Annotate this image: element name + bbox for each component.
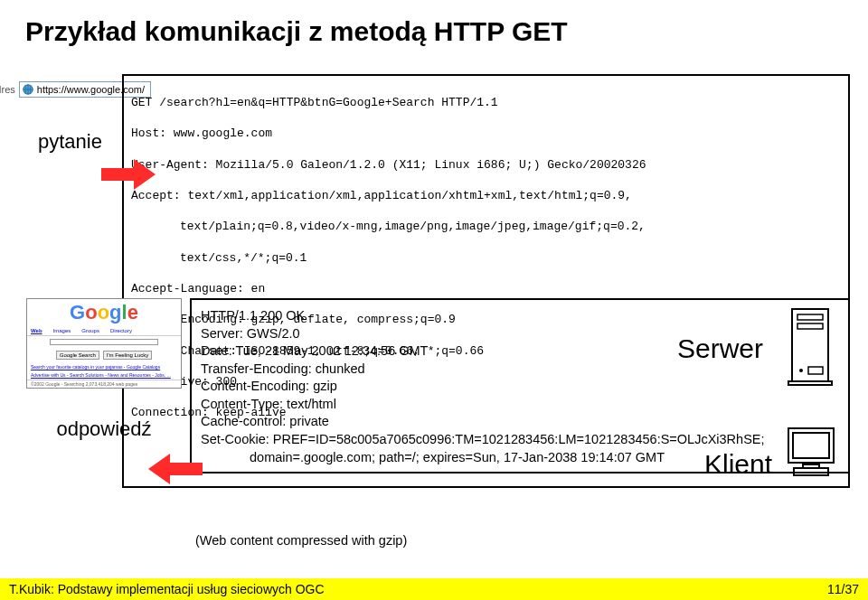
google-search-btn: Google Search [56,351,99,360]
req-line: text/css,*/*;q=0.1 [131,250,841,266]
slide-title: Przykład komunikacji z metodą HTTP GET [0,0,868,47]
gzip-note: (Web content compressed with gzip) [195,533,407,548]
req-line: text/plain;q=0.8,video/x-mng,image/png,i… [131,219,841,234]
google-footer: ©2002 Google - Searching 2,073,418,204 w… [27,380,181,388]
google-promos: Search your favorite catalogs in your pa… [27,362,181,380]
req-line: GET /search?hl=en&q=HTTP&btnG=Google+Sea… [131,95,841,110]
http-response-box: HTTP/1.1 200 OK Server: GWS/2.0 Date: Tu… [190,298,850,473]
google-buttons: Google Search I'm Feeling Lucky [27,348,181,362]
response-label: odpowiedź [56,417,151,441]
server-label: Serwer [677,331,763,368]
svg-marker-6 [134,159,156,190]
google-logo: Google [27,299,181,326]
svg-rect-5 [101,168,134,181]
footer-right: 11/37 [827,582,859,596]
arrow-left-icon [148,454,203,484]
resp-line: Cache-control: private [201,413,839,431]
resp-line: Content-Type: text/html [201,396,839,414]
resp-line: domain=.google.com; path=/; expires=Sun,… [201,449,839,467]
resp-line: Content-Encoding: gzip [201,378,839,396]
req-line: Host: www.google.com [131,126,841,141]
arrow-right-icon [101,159,156,190]
footer-left: T.Kubik: Podstawy implementacji usług si… [9,582,325,596]
server-tower-icon [787,305,839,387]
svg-marker-13 [148,454,170,484]
resp-line: HTTP/1.1 200 OK [201,307,839,325]
svg-rect-12 [788,381,832,385]
req-line: Accept: text/xml,application/xml,applica… [131,188,841,203]
globe-icon [22,83,34,96]
resp-line: Set-Cookie: PREF=ID=58c005a7065c0996:TM=… [201,431,839,449]
request-label: pytanie [38,130,102,154]
google-screenshot: Google Web Images Groups Directory Googl… [26,298,182,389]
promo-link: Search your favorite catalogs in your pa… [31,364,177,370]
tab-directory: Directory [110,328,132,333]
response-side-column: Google Web Images Groups Directory Googl… [18,298,190,441]
tab-images: Images [53,328,71,333]
request-side-column: Adres https://www.google.com/ pytanie [18,74,122,154]
svg-rect-14 [170,463,203,475]
req-line: User-Agent: Mozilla/5.0 Galeon/1.2.0 (X1… [131,157,841,173]
tab-groups: Groups [81,328,99,333]
req-line: Accept-Language: en [131,281,841,296]
lucky-btn: I'm Feeling Lucky [103,351,153,360]
google-tabs: Web Images Groups Directory [27,326,181,336]
footer-bar: T.Kubik: Podstawy implementacji usług si… [0,578,868,600]
svg-point-10 [799,369,803,372]
address-label: Adres [0,84,15,95]
tab-web: Web [31,328,42,333]
promo-link: Advertise with Us - Search Solutions - N… [31,372,177,379]
